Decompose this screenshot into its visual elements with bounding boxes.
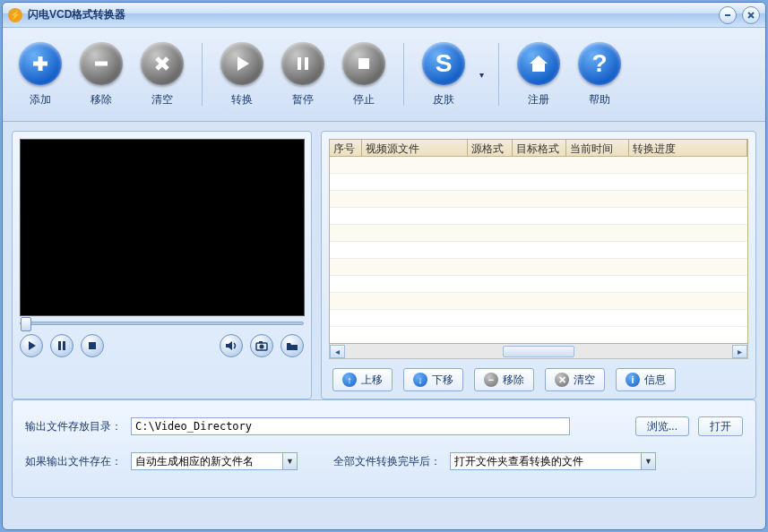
- col-target-format[interactable]: 目标格式: [513, 140, 566, 156]
- help-icon: ?: [578, 42, 621, 85]
- col-progress[interactable]: 转换进度: [629, 140, 747, 156]
- col-source-file[interactable]: 视频源文件: [362, 140, 468, 156]
- svg-rect-16: [89, 342, 96, 349]
- svg-marker-17: [226, 341, 232, 350]
- stop-icon: [342, 42, 385, 85]
- close-button[interactable]: [742, 6, 760, 24]
- browse-button[interactable]: 浏览...: [635, 416, 689, 436]
- after-convert-combo[interactable]: 打开文件夹查看转换的文件 ▼: [450, 452, 656, 470]
- stop-button[interactable]: 停止: [335, 39, 393, 111]
- camera-icon: [255, 339, 268, 352]
- speaker-icon: [225, 339, 237, 352]
- seek-slider[interactable]: [20, 322, 304, 325]
- player-stop-button[interactable]: [81, 334, 104, 357]
- pause-icon: [281, 42, 324, 85]
- app-icon: ⚡: [8, 8, 22, 22]
- scroll-thumb[interactable]: [503, 346, 574, 357]
- skin-dropdown-arrow[interactable]: ▾: [476, 70, 488, 80]
- scroll-left-arrow[interactable]: ◂: [330, 345, 345, 358]
- svg-rect-14: [58, 341, 61, 350]
- list-remove-button[interactable]: − 移除: [474, 368, 534, 391]
- output-dir-input[interactable]: [131, 417, 570, 435]
- horizontal-scrollbar[interactable]: ◂ ▸: [329, 344, 748, 359]
- seek-thumb[interactable]: [21, 317, 31, 331]
- register-button[interactable]: 注册: [510, 39, 567, 111]
- remove-icon: [80, 42, 123, 85]
- output-dir-label: 输出文件存放目录：: [25, 419, 122, 434]
- video-preview: [20, 139, 305, 316]
- minimize-button[interactable]: [719, 6, 737, 24]
- info-icon: i: [626, 373, 640, 387]
- convert-button[interactable]: 转换: [213, 39, 271, 111]
- convert-icon: [220, 42, 263, 85]
- titlebar: ⚡ 闪电VCD格式转换器: [3, 3, 765, 28]
- arrow-down-icon: ↓: [413, 373, 427, 387]
- toolbar-separator: [403, 43, 404, 106]
- pause-button[interactable]: 暂停: [274, 39, 332, 111]
- svg-rect-11: [358, 58, 369, 69]
- file-list-panel: 序号 视频源文件 源格式 目标格式 当前时间 转换进度 ◂ ▸: [321, 131, 756, 399]
- svg-rect-15: [63, 341, 65, 350]
- arrow-up-icon: ↑: [342, 373, 357, 387]
- pause-icon: [56, 340, 67, 351]
- col-source-format[interactable]: 源格式: [468, 140, 513, 156]
- close-icon: [746, 11, 755, 20]
- clear-button[interactable]: 清空: [134, 39, 191, 111]
- skin-button[interactable]: S 皮肤: [415, 39, 472, 111]
- move-up-button[interactable]: ↑ 上移: [332, 368, 393, 391]
- volume-button[interactable]: [220, 334, 243, 357]
- list-clear-button[interactable]: ✕ 清空: [545, 368, 605, 391]
- table-body[interactable]: [329, 157, 748, 344]
- stop-icon: [87, 340, 98, 351]
- info-button[interactable]: i 信息: [616, 368, 676, 391]
- preview-panel: [12, 131, 312, 399]
- svg-point-19: [260, 345, 264, 349]
- open-button[interactable]: 打开: [698, 416, 743, 436]
- file-exists-combo[interactable]: 自动生成相应的新文件名 ▼: [131, 452, 298, 470]
- col-current-time[interactable]: 当前时间: [566, 140, 629, 156]
- svg-rect-20: [259, 341, 263, 343]
- x-icon: ✕: [555, 373, 569, 387]
- output-panel: 输出文件存放目录： 浏览... 打开 如果输出文件存在： 自动生成相应的新文件名…: [12, 399, 756, 498]
- add-icon: [19, 42, 62, 85]
- toolbar-separator: [498, 43, 499, 106]
- col-index[interactable]: 序号: [330, 140, 362, 156]
- svg-rect-9: [298, 57, 301, 70]
- app-window: ⚡ 闪电VCD格式转换器 添加 移除: [2, 2, 766, 530]
- after-convert-label: 全部文件转换完毕后：: [333, 454, 441, 469]
- home-icon: [517, 42, 560, 85]
- minus-icon: −: [484, 373, 498, 387]
- main-area: 序号 视频源文件 源格式 目标格式 当前时间 转换进度 ◂ ▸: [3, 122, 765, 399]
- svg-marker-13: [29, 341, 36, 350]
- toolbar-separator: [202, 43, 203, 106]
- clear-icon: [141, 42, 184, 85]
- snapshot-button[interactable]: [250, 334, 273, 357]
- skin-icon: S: [422, 42, 465, 85]
- scroll-right-arrow[interactable]: ▸: [732, 345, 747, 358]
- svg-marker-8: [237, 56, 249, 71]
- minimize-icon: [723, 11, 732, 20]
- open-folder-button[interactable]: [280, 334, 304, 357]
- remove-button[interactable]: 移除: [73, 39, 130, 111]
- folder-icon: [286, 339, 298, 352]
- player-pause-button[interactable]: [50, 334, 73, 357]
- chevron-down-icon: ▼: [282, 453, 297, 469]
- chevron-down-icon: ▼: [641, 453, 655, 469]
- toolbar: 添加 移除 清空 转换 暂停: [3, 28, 765, 122]
- table-header: 序号 视频源文件 源格式 目标格式 当前时间 转换进度: [329, 139, 748, 157]
- play-icon: [26, 340, 37, 351]
- add-button[interactable]: 添加: [12, 39, 69, 111]
- move-down-button[interactable]: ↓ 下移: [403, 368, 463, 391]
- svg-rect-10: [305, 57, 308, 70]
- play-button[interactable]: [20, 334, 43, 357]
- file-exists-label: 如果输出文件存在：: [25, 454, 122, 469]
- window-title: 闪电VCD格式转换器: [28, 7, 719, 22]
- help-button[interactable]: ? 帮助: [571, 39, 628, 111]
- svg-marker-12: [530, 56, 548, 72]
